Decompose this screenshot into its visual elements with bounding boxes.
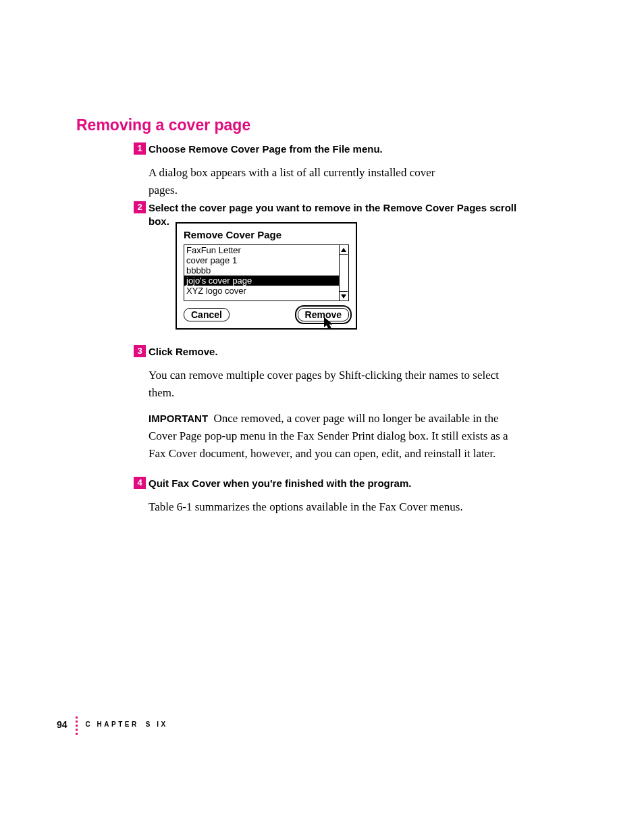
list-item[interactable]: FaxFun Letter [184,245,340,255]
remove-cover-page-dialog: Remove Cover Page FaxFun Letter cover pa… [176,222,357,330]
step-1: 1 Choose Remove Cover Page from the File… [149,142,540,199]
step-number-badge: 1 [134,142,146,155]
footer-dots-icon [76,716,78,735]
step-4-title: Quit Fax Cover when you're finished with… [149,477,540,490]
scroll-up-button[interactable] [340,245,348,255]
list-item-selected[interactable]: jojo's cover page [184,276,340,286]
step-1-title: Choose Remove Cover Page from the File m… [149,142,540,156]
scroll-down-button[interactable] [340,291,348,301]
page-footer: 94 C HAPTERS IX [57,715,168,733]
step-3-title: Click Remove. [149,345,540,359]
dialog-title: Remove Cover Page [184,229,349,240]
step-number-badge: 2 [134,201,146,213]
step-4: 4 Quit Fax Cover when you're finished wi… [149,477,540,516]
cover-page-listbox[interactable]: FaxFun Letter cover page 1 bbbbb jojo's … [184,244,349,301]
step-3-important: IMPORTANT Once removed, a cover page wil… [149,410,527,463]
list-item[interactable]: XYZ logo cover [184,286,340,296]
scrollbar[interactable] [339,245,348,301]
list-item[interactable]: cover page 1 [184,255,340,265]
step-number-badge: 3 [134,345,146,357]
arrow-down-icon [341,294,346,298]
page-number: 94 [57,719,68,730]
step-1-body: A dialog box appears with a list of all … [149,164,439,199]
cancel-button[interactable]: Cancel [184,308,230,321]
step-3-body1: You can remove multiple cover pages by S… [149,367,527,402]
step-3: 3 Click Remove. You can remove multiple … [149,345,540,463]
list-item[interactable]: bbbbb [184,265,340,276]
arrow-up-icon [341,248,346,252]
step-4-body: Table 6-1 summarizes the options availab… [149,498,527,516]
remove-button[interactable]: Remove [298,308,349,321]
section-heading: Removing a cover page [76,116,250,134]
step-number-badge: 4 [134,477,146,489]
chapter-label: C HAPTERS IX [86,721,168,728]
important-label: IMPORTANT [149,413,208,424]
dialog-figure: Remove Cover Page FaxFun Letter cover pa… [176,222,357,330]
